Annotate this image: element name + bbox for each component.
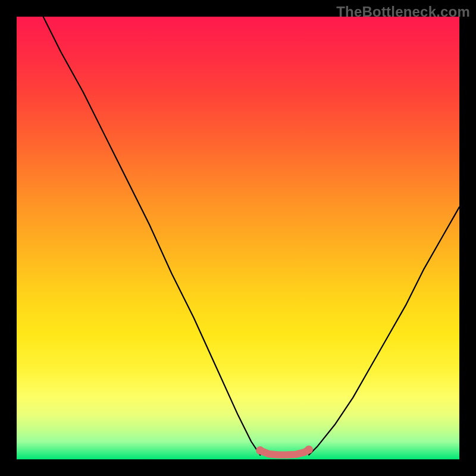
valley-marker-end-dot: [305, 446, 313, 454]
curve-layer: [17, 17, 459, 459]
right-arm-path: [309, 207, 459, 455]
watermark-text: TheBottleneck.com: [336, 4, 470, 20]
valley-marker-start-dot: [256, 446, 264, 455]
plot-area: [17, 17, 459, 459]
left-arm-path: [43, 17, 261, 455]
valley-marker-path: [260, 450, 309, 455]
chart-stage: TheBottleneck.com: [0, 0, 476, 476]
